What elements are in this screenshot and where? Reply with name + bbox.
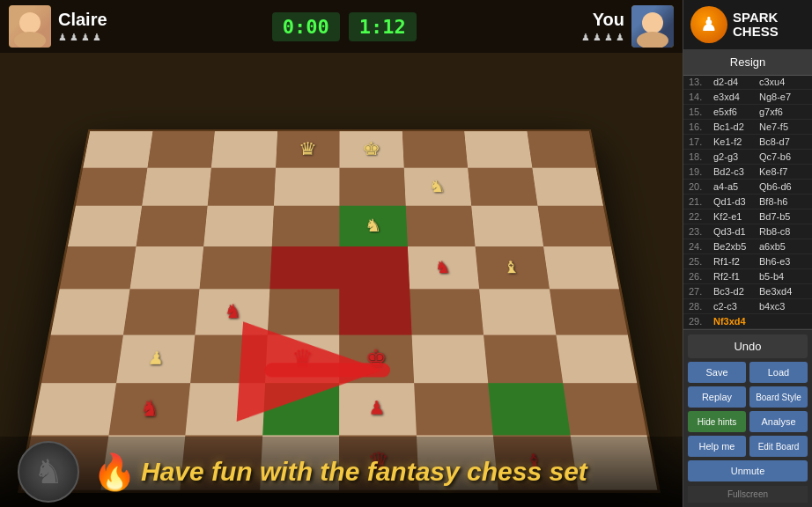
chess-cell-1-6[interactable] bbox=[468, 167, 537, 205]
move-row[interactable]: 18.g2-g3Qc7-b6 bbox=[683, 150, 812, 165]
chess-cell-1-7[interactable] bbox=[532, 167, 603, 205]
move-black: Bf8-h6 bbox=[759, 196, 807, 207]
move-white: Ke1-f2 bbox=[713, 136, 759, 147]
analyse-button[interactable]: Analyse bbox=[749, 411, 808, 432]
chess-cell-1-4[interactable] bbox=[339, 167, 405, 205]
chess-cell-4-2[interactable]: ♞ bbox=[195, 289, 269, 334]
chess-cell-6-0[interactable] bbox=[32, 383, 116, 435]
chess-cell-5-7[interactable] bbox=[556, 334, 637, 383]
bottom-banner: ♞ 🔥 Have fun with the fantasy chess set bbox=[0, 437, 683, 507]
board-style-button[interactable]: Board Style bbox=[749, 386, 808, 408]
chess-cell-0-5[interactable] bbox=[402, 131, 468, 167]
chess-cell-0-2[interactable] bbox=[211, 131, 277, 167]
move-row[interactable]: 23.Qd3-d1Rb8-c8 bbox=[683, 224, 812, 239]
chess-cell-4-5[interactable] bbox=[410, 289, 484, 334]
chess-cell-0-3[interactable]: ♛ bbox=[276, 131, 340, 167]
chess-cell-0-6[interactable] bbox=[464, 131, 532, 167]
replay-button[interactable]: Replay bbox=[688, 386, 746, 408]
chess-cell-2-7[interactable] bbox=[537, 206, 611, 246]
move-list[interactable]: 13.d2-d4c3xu414.e3xd4Ng8-e715.e5xf6g7xf6… bbox=[683, 76, 812, 329]
chess-cell-1-2[interactable] bbox=[208, 167, 276, 205]
move-black: Ng8-e7 bbox=[759, 92, 807, 102]
chess-cell-6-4[interactable]: ♟ bbox=[339, 383, 416, 435]
chess-cell-6-5[interactable] bbox=[414, 383, 493, 435]
move-number: 15. bbox=[689, 107, 713, 117]
chess-cell-6-2[interactable] bbox=[185, 383, 264, 435]
move-row[interactable]: 19.Bd2-c3Ke8-f7 bbox=[683, 165, 812, 180]
chess-cell-0-0[interactable] bbox=[83, 131, 152, 167]
move-row[interactable]: 29.Nf3xd4 bbox=[683, 314, 812, 329]
chess-cell-4-3[interactable] bbox=[267, 289, 339, 334]
move-row[interactable]: 13.d2-d4c3xu4 bbox=[683, 76, 812, 90]
move-row[interactable]: 26.Rf2-f1b5-b4 bbox=[683, 269, 812, 284]
chess-cell-0-1[interactable] bbox=[147, 131, 215, 167]
chess-cell-6-7[interactable] bbox=[563, 383, 647, 435]
move-white: Rf2-f1 bbox=[713, 271, 759, 282]
chess-cell-0-7[interactable] bbox=[527, 131, 596, 167]
move-row[interactable]: 15.e5xf6g7xf6 bbox=[683, 105, 812, 120]
chess-cell-4-1[interactable] bbox=[123, 289, 200, 334]
chess-cell-3-1[interactable] bbox=[129, 246, 203, 290]
move-white: Qd3-d1 bbox=[713, 226, 759, 237]
chess-cell-3-6[interactable]: ♝ bbox=[476, 246, 550, 290]
move-row[interactable]: 20.a4-a5Qb6-d6 bbox=[683, 180, 812, 195]
move-white: Bc1-d2 bbox=[713, 121, 759, 132]
load-button[interactable]: Load bbox=[749, 362, 808, 383]
chess-piece-0-3: ♛ bbox=[299, 140, 318, 158]
chess-cell-3-7[interactable] bbox=[543, 246, 619, 290]
chess-cell-2-5[interactable] bbox=[405, 206, 475, 246]
chess-cell-3-5[interactable]: ♞ bbox=[407, 246, 479, 290]
chess-cell-2-4[interactable]: ♞ bbox=[339, 206, 407, 246]
chess-cell-4-7[interactable] bbox=[550, 289, 628, 334]
move-row[interactable]: 14.e3xd4Ng8-e7 bbox=[683, 90, 812, 105]
move-row[interactable]: 21.Qd1-d3Bf8-h6 bbox=[683, 195, 812, 209]
chess-cell-2-1[interactable] bbox=[136, 206, 208, 246]
move-row[interactable]: 22.Kf2-e1Bd7-b5 bbox=[683, 209, 812, 224]
chess-cell-1-3[interactable] bbox=[274, 167, 340, 205]
fullscreen-button[interactable]: Fullscreen bbox=[688, 486, 808, 503]
move-white: Bc3-d2 bbox=[713, 286, 759, 297]
move-white: Rf1-f2 bbox=[713, 256, 759, 267]
chess-cell-2-6[interactable] bbox=[471, 206, 543, 246]
save-button[interactable]: Save bbox=[688, 362, 746, 383]
chess-cell-2-3[interactable] bbox=[271, 206, 339, 246]
move-row[interactable]: 27.Bc3-d2Be3xd4 bbox=[683, 284, 812, 299]
chess-cell-6-1[interactable]: ♞ bbox=[108, 383, 190, 435]
chess-cell-3-3[interactable] bbox=[269, 246, 339, 290]
help-me-button[interactable]: Help me bbox=[688, 436, 746, 457]
chess-cell-6-6[interactable] bbox=[488, 383, 570, 435]
move-row[interactable]: 25.Rf1-f2Bh6-e3 bbox=[683, 254, 812, 269]
chess-cell-5-4[interactable]: ♚ bbox=[339, 334, 414, 383]
chess-cell-0-4[interactable]: ♚ bbox=[339, 131, 403, 167]
move-number: 13. bbox=[689, 77, 713, 87]
chess-cell-5-6[interactable] bbox=[484, 334, 563, 383]
replay-boardstyle-row: Replay Board Style bbox=[688, 386, 808, 408]
chess-cell-5-3[interactable]: ♛ bbox=[265, 334, 340, 383]
chess-cell-4-4[interactable] bbox=[339, 289, 411, 334]
resign-button[interactable]: Resign bbox=[683, 49, 812, 76]
player2-avatar bbox=[631, 5, 674, 48]
chess-cell-5-2[interactable] bbox=[190, 334, 267, 383]
chess-cell-3-0[interactable] bbox=[60, 246, 136, 290]
move-row[interactable]: 28.c2-c3b4xc3 bbox=[683, 299, 812, 314]
move-row[interactable]: 17.Ke1-f2Bc8-d7 bbox=[683, 135, 812, 150]
chess-cell-5-1[interactable]: ♟ bbox=[116, 334, 196, 383]
unmute-button[interactable]: Unmute bbox=[688, 460, 808, 481]
chess-cell-2-2[interactable] bbox=[203, 206, 273, 246]
chess-cell-5-5[interactable] bbox=[411, 334, 488, 383]
chess-cell-4-6[interactable] bbox=[479, 289, 556, 334]
hide-hints-button[interactable]: Hide hints bbox=[688, 411, 746, 432]
undo-button[interactable]: Undo bbox=[688, 334, 808, 358]
chess-cell-4-0[interactable] bbox=[51, 289, 129, 334]
chess-cell-6-3[interactable] bbox=[262, 383, 339, 435]
chess-cell-1-5[interactable]: ♞ bbox=[403, 167, 471, 205]
move-row[interactable]: 24.Be2xb5a6xb5 bbox=[683, 239, 812, 254]
edit-board-button[interactable]: Edit Board bbox=[749, 436, 808, 457]
chess-cell-1-1[interactable] bbox=[142, 167, 211, 205]
chess-cell-1-0[interactable] bbox=[76, 167, 147, 205]
chess-cell-5-0[interactable] bbox=[41, 334, 123, 383]
chess-cell-2-0[interactable] bbox=[68, 206, 142, 246]
chess-cell-3-2[interactable] bbox=[199, 246, 271, 290]
chess-cell-3-4[interactable] bbox=[339, 246, 409, 290]
move-row[interactable]: 16.Bc1-d2Ne7-f5 bbox=[683, 120, 812, 135]
